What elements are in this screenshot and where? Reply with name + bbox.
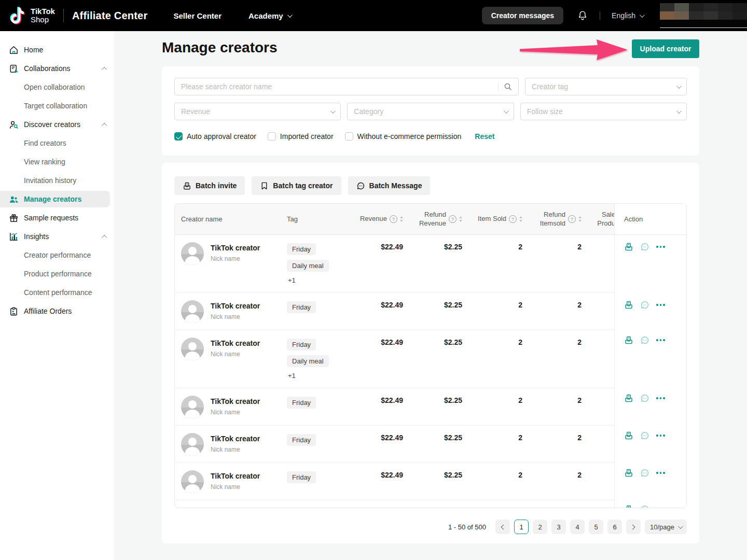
page-title: Manage creators xyxy=(162,39,278,56)
table-row[interactable]: TikTok creatorNick name Friday $22.49 $2… xyxy=(175,426,686,463)
revenue-value: $22.49 xyxy=(355,293,403,309)
revenue-value: $22.49 xyxy=(355,500,403,508)
sidebar-item-view-ranking[interactable]: View ranking xyxy=(0,152,114,171)
message-action-icon[interactable] xyxy=(640,335,649,345)
sidebar-item-content-performance[interactable]: Content performance xyxy=(0,283,114,302)
page-button-6[interactable]: 6 xyxy=(607,520,622,534)
invite-action-icon[interactable] xyxy=(624,300,633,310)
sale-product-value xyxy=(582,426,615,433)
batch-invite-button[interactable]: Batch invite xyxy=(174,176,245,195)
chevron-down-icon xyxy=(678,524,683,529)
auto-approval-creator-checkbox[interactable]: Auto approval creator xyxy=(174,132,256,141)
category-select[interactable]: Category xyxy=(347,103,514,120)
invite-action-icon[interactable] xyxy=(624,468,633,478)
page-button-4[interactable]: 4 xyxy=(570,520,585,534)
table-row[interactable]: TikTok creatorNick name Friday $22.49 $2… xyxy=(175,463,686,500)
more-actions-icon[interactable] xyxy=(656,337,665,343)
sidebar-item-discover-creators[interactable]: Discover creators xyxy=(0,115,114,134)
creator-search-input[interactable]: Please search creator name xyxy=(174,78,519,95)
table-row[interactable]: TikTok creatorNick name Friday $22.49 $2… xyxy=(175,388,686,426)
help-icon[interactable]: ? xyxy=(390,215,397,223)
sidebar-item-collaborations[interactable]: Collaborations xyxy=(0,59,114,78)
revenue-value: $22.49 xyxy=(355,426,403,442)
sidebar-item-home[interactable]: Home xyxy=(0,40,114,59)
invite-action-icon[interactable] xyxy=(624,431,633,440)
col-item-sold[interactable]: Item Sold ? xyxy=(462,215,522,223)
message-action-icon[interactable] xyxy=(640,394,649,403)
sidebar-item-creator-performance[interactable]: Creator performance xyxy=(0,246,114,264)
message-action-icon[interactable] xyxy=(640,431,649,440)
page-size-select[interactable]: 10/page xyxy=(645,520,687,534)
top-navigation-bar: TikTok Shop Affiliate Center Seller Cent… xyxy=(0,0,747,31)
tag-chip: Friday xyxy=(287,397,316,409)
upload-creator-button[interactable]: Upload creator xyxy=(632,39,699,58)
sidebar-item-invitation-history[interactable]: Invitation history xyxy=(0,171,114,190)
more-actions-icon[interactable] xyxy=(656,432,665,439)
batch-message-button[interactable]: Batch Message xyxy=(348,176,431,195)
notification-bell-icon[interactable] xyxy=(577,10,588,21)
more-actions-icon[interactable] xyxy=(656,302,665,308)
table-row[interactable]: TikTok creatorNick name Friday Daily mea… xyxy=(175,235,686,293)
search-icon[interactable] xyxy=(504,82,512,91)
item-sold-value: 2 xyxy=(462,330,522,346)
sidebar-item-target-collaboration[interactable]: Target collaboration xyxy=(0,96,114,115)
message-action-icon[interactable] xyxy=(640,300,649,310)
help-icon[interactable]: ? xyxy=(568,215,576,223)
col-refund-itemsold[interactable]: Refund Itemsold ? xyxy=(522,211,582,228)
help-icon[interactable]: ? xyxy=(449,215,457,223)
table-row[interactable]: TikTok creatorNick name Friday $22.49 $2… xyxy=(175,500,686,508)
more-actions-icon[interactable] xyxy=(656,470,665,476)
invite-action-icon[interactable] xyxy=(624,394,633,403)
without-ecommerce-permission-checkbox[interactable]: Without e-commerce permission xyxy=(345,132,462,141)
message-action-icon[interactable] xyxy=(640,468,649,478)
more-actions-icon[interactable] xyxy=(656,244,665,250)
message-action-icon[interactable] xyxy=(640,505,649,508)
sidebar-item-insights[interactable]: Insights xyxy=(0,227,114,246)
bookmark-tag-icon xyxy=(260,181,269,190)
creator-messages-button[interactable]: Creator messages xyxy=(482,7,563,24)
page-button-3[interactable]: 3 xyxy=(551,520,566,534)
batch-tag-creator-button[interactable]: Batch tag creator xyxy=(252,176,341,195)
sale-product-value xyxy=(582,235,615,243)
search-placeholder: Please search creator name xyxy=(181,82,495,91)
creator-name: TikTok creator xyxy=(211,300,260,310)
more-actions-icon[interactable] xyxy=(656,506,665,508)
previous-page-button[interactable] xyxy=(495,520,510,534)
sidebar-item-open-collaboration[interactable]: Open collaboration xyxy=(0,78,114,96)
page-button-1[interactable]: 1 xyxy=(514,520,529,534)
more-tags: +1 xyxy=(287,372,296,380)
page-button-5[interactable]: 5 xyxy=(589,520,603,534)
nav-academy[interactable]: Academy xyxy=(248,11,291,20)
follow-size-select[interactable]: Follow size xyxy=(520,103,687,120)
col-revenue[interactable]: Revenue ? xyxy=(355,215,403,223)
sidebar-item-find-creators[interactable]: Find creators xyxy=(0,134,114,152)
checkbox-checked-icon[interactable] xyxy=(174,132,183,141)
message-action-icon[interactable] xyxy=(640,242,649,251)
col-refund-revenue[interactable]: Refund Revenue ? xyxy=(403,211,462,228)
refund-itemsold-value: 2 xyxy=(522,388,582,404)
imported-creator-checkbox[interactable]: Imported creator xyxy=(268,132,334,141)
home-icon xyxy=(8,45,19,55)
page-button-2[interactable]: 2 xyxy=(533,520,547,534)
language-selector[interactable]: English xyxy=(612,11,643,20)
invite-action-icon[interactable] xyxy=(624,335,633,345)
sidebar-item-affiliate-orders[interactable]: Affiliate Orders xyxy=(0,302,114,320)
invite-action-icon[interactable] xyxy=(624,505,633,508)
creator-tag-select[interactable]: Creator tag xyxy=(525,78,687,95)
next-page-button[interactable] xyxy=(626,520,641,534)
table-row[interactable]: TikTok creatorNick name Friday Daily mea… xyxy=(175,330,686,388)
reset-filters-link[interactable]: Reset xyxy=(475,132,494,141)
nav-seller-center[interactable]: Seller Center xyxy=(173,11,222,20)
more-actions-icon[interactable] xyxy=(656,395,665,401)
checkbox-unchecked-icon[interactable] xyxy=(268,132,276,141)
help-icon[interactable]: ? xyxy=(509,215,517,223)
checkbox-unchecked-icon[interactable] xyxy=(345,132,353,141)
user-account-redacted[interactable] xyxy=(660,3,747,28)
top-nav-links: Seller Center Academy xyxy=(173,11,290,20)
table-row[interactable]: TikTok creatorNick name Friday $22.49 $2… xyxy=(175,293,686,330)
invite-action-icon[interactable] xyxy=(624,242,633,251)
sidebar-item-manage-creators[interactable]: Manage creators xyxy=(0,191,110,207)
sidebar-item-sample-requests[interactable]: Sample requests xyxy=(0,208,114,227)
sidebar-item-product-performance[interactable]: Product performance xyxy=(0,264,114,283)
revenue-select[interactable]: Revenue xyxy=(174,103,341,120)
